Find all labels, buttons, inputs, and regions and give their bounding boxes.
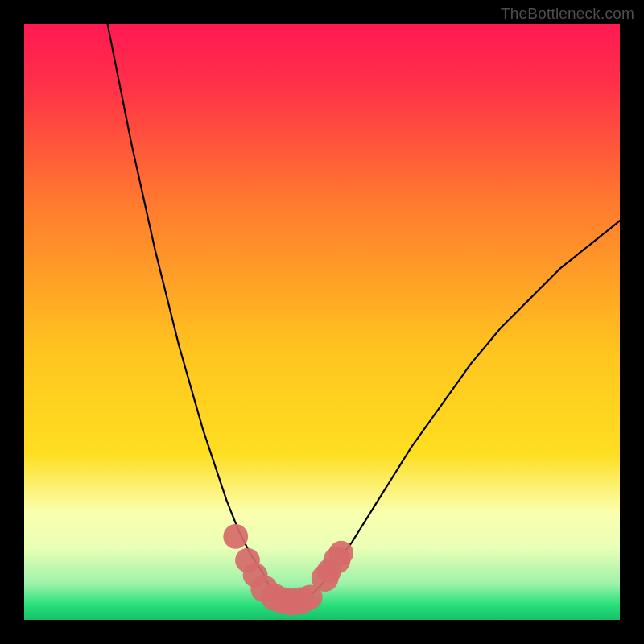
plot-area — [24, 24, 620, 620]
data-marker — [223, 524, 248, 549]
chart-svg — [24, 24, 620, 620]
watermark-text: TheBottleneck.com — [501, 5, 634, 23]
outer-frame: TheBottleneck.com — [0, 0, 644, 644]
chart-background — [24, 24, 620, 620]
data-marker — [328, 541, 353, 566]
